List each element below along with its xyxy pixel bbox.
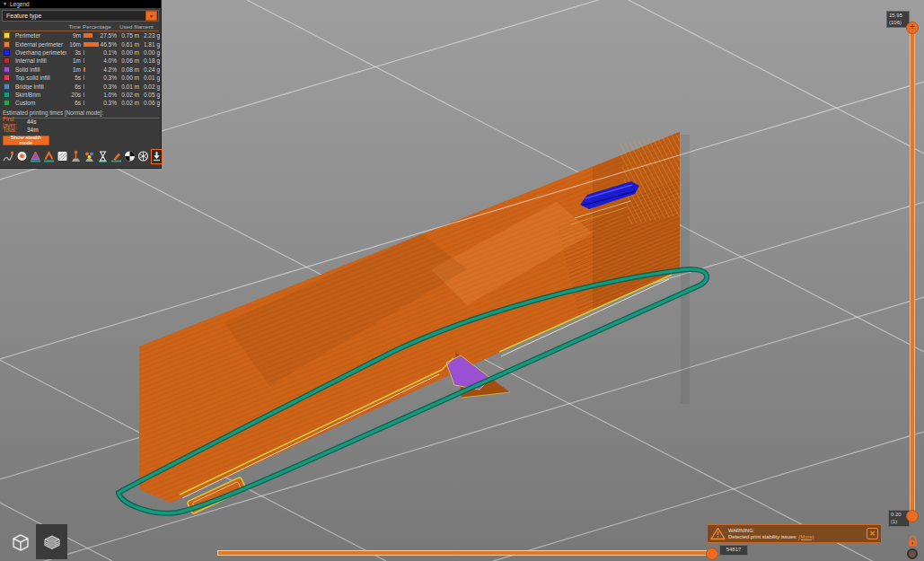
- editor-view-button[interactable]: [4, 524, 36, 559]
- tool-changes-icon: [70, 149, 82, 163]
- legend-toolbar: [0, 145, 161, 164]
- feature-color-swatch: [4, 41, 10, 48]
- seams-toggle-button[interactable]: [57, 149, 68, 164]
- feature-label: Custom: [13, 100, 66, 106]
- move-count-value: 54817: [722, 547, 745, 554]
- feature-percent: 4.0%: [98, 57, 117, 64]
- column-percentage: Percentage: [81, 23, 117, 30]
- feature-color-swatch: [4, 83, 10, 90]
- feature-meters: 0.02 m: [117, 100, 139, 106]
- wipe-icon: [16, 149, 28, 163]
- feature-label: Internal infill: [13, 57, 66, 64]
- feature-time: 9m: [66, 32, 81, 39]
- percentage-bar: [81, 75, 98, 80]
- moves-slider-track[interactable]: [218, 551, 708, 555]
- feature-grams: 0.00 g: [139, 49, 160, 56]
- feature-color-swatch: [4, 75, 10, 81]
- layer-slider-track[interactable]: [911, 32, 914, 512]
- tool-changes-toggle-button[interactable]: [70, 149, 82, 164]
- center-of-gravity-toggle-button[interactable]: [124, 149, 136, 164]
- travel-toggle-button[interactable]: [3, 149, 14, 164]
- feature-percent: 46.5%: [98, 41, 117, 48]
- color-changes-toggle-button[interactable]: [84, 149, 95, 164]
- pause-prints-toggle-button[interactable]: [97, 149, 109, 164]
- layer-slider-bottom-handle[interactable]: [906, 510, 919, 522]
- view-type-value: Feature type: [3, 13, 145, 19]
- legend-row[interactable]: External perimeter16m46.5%0.61 m1.81 g: [0, 39, 161, 48]
- retractions-icon: [30, 149, 41, 163]
- view-mode-toggles: [4, 524, 67, 559]
- feature-label: Skirt/Brim: [13, 92, 66, 98]
- retractions-toggle-button[interactable]: [30, 149, 41, 164]
- total-time-row: Total: 34m: [0, 126, 161, 134]
- dropdown-button[interactable]: ▼: [145, 11, 157, 21]
- warning-close-button[interactable]: ✕: [867, 528, 878, 539]
- deretractions-icon: [43, 149, 55, 163]
- percentage-bar: [81, 92, 98, 97]
- legend-row[interactable]: Internal infill1m4.0%0.06 m0.18 g: [0, 57, 161, 65]
- feature-color-swatch: [4, 32, 10, 39]
- feature-percent: 27.5%: [98, 32, 117, 39]
- legend-title-bar[interactable]: ▼ Legend: [0, 0, 161, 8]
- shells-toggle-button[interactable]: [137, 149, 149, 164]
- collapse-triangle-icon[interactable]: ▼: [3, 2, 7, 6]
- custom-gcodes-icon: [110, 149, 122, 163]
- first-layer-row: First layer: 44s: [0, 118, 161, 127]
- feature-label: Bridge infill: [13, 83, 66, 90]
- deretractions-toggle-button[interactable]: [43, 149, 55, 164]
- travel-icon: [3, 149, 14, 163]
- feature-label: Perimeter: [13, 32, 66, 39]
- feature-meters: 0.01 m: [117, 83, 139, 90]
- legend-row[interactable]: Perimeter9m27.5%0.75 m2.23 g: [0, 31, 161, 39]
- feature-percent: 0.3%: [98, 100, 117, 106]
- legend-row[interactable]: Bridge infill6s0.3%0.01 m0.02 g: [0, 82, 161, 90]
- shells-icon: [137, 149, 149, 163]
- feature-color-swatch: [4, 57, 10, 64]
- moves-slider-handle[interactable]: [706, 548, 718, 560]
- preview-view-button[interactable]: [36, 524, 67, 559]
- warning-title: WARNING:: [728, 528, 864, 534]
- warning-message: Detected print stability issues:: [728, 534, 797, 539]
- tool-marker-toggle-button[interactable]: [151, 149, 163, 164]
- center-of-gravity-icon: [124, 149, 136, 163]
- seams-icon: [57, 149, 68, 163]
- wipe-toggle-button[interactable]: [16, 149, 28, 164]
- moves-slider-end-handle[interactable]: [907, 548, 918, 559]
- feature-grams: 0.01 g: [139, 75, 160, 81]
- feature-label: Top solid infill: [13, 75, 66, 81]
- feature-grams: 0.18 g: [139, 57, 160, 64]
- percentage-bar: [81, 58, 98, 63]
- close-icon: ✕: [869, 530, 876, 538]
- legend-row[interactable]: Solid infill1m4.2%0.08 m0.24 g: [0, 66, 161, 74]
- feature-grams: 2.23 g: [139, 32, 160, 39]
- legend-row[interactable]: Skirt/Brim20s1.0%0.02 m0.05 g: [0, 91, 161, 99]
- feature-percent: 0.1%: [98, 49, 117, 56]
- warning-more-link[interactable]: (More): [798, 534, 814, 539]
- layer-number-value: (1): [891, 519, 907, 526]
- custom-gcodes-toggle-button[interactable]: [110, 149, 122, 164]
- legend-row[interactable]: Overhang perimeter3s0.1%0.00 m0.00 g: [0, 48, 161, 57]
- legend-row[interactable]: Custom6s0.3%0.02 m0.06 g: [0, 99, 161, 107]
- legend-panel: ▼ Legend Feature type ▼ Time Percentage …: [0, 0, 162, 169]
- warning-toast: WARNING: Detected print stability issues…: [707, 524, 882, 543]
- show-stealth-mode-button[interactable]: Show stealth mode: [3, 136, 49, 145]
- layer-height-value: 15.95: [889, 13, 907, 20]
- feature-color-swatch: [4, 49, 10, 56]
- legend-column-headers: Time Percentage Used filament: [0, 22, 161, 30]
- feature-meters: 0.02 m: [117, 92, 139, 98]
- feature-percent: 0.3%: [98, 83, 117, 90]
- feature-label: External perimeter: [13, 41, 66, 48]
- feature-label: Overhang perimeter: [13, 49, 66, 56]
- layer-slider-top-handle[interactable]: +: [906, 22, 919, 34]
- percentage-bar: [81, 50, 98, 55]
- feature-meters: 0.00 m: [117, 49, 139, 56]
- feature-meters: 0.00 m: [117, 75, 139, 81]
- layer-number-value: (106): [889, 20, 907, 27]
- feature-grams: 0.06 g: [139, 100, 160, 106]
- legend-row[interactable]: Top solid infill5s0.3%0.00 m0.01 g: [0, 74, 161, 82]
- feature-grams: 1.81 g: [139, 41, 160, 48]
- view-type-dropdown[interactable]: Feature type ▼: [2, 10, 159, 22]
- feature-time: 3s: [66, 49, 81, 56]
- legend-rows: Perimeter9m27.5%0.75 m2.23 gExternal per…: [0, 31, 161, 108]
- column-used-filament: Used filament: [117, 23, 160, 30]
